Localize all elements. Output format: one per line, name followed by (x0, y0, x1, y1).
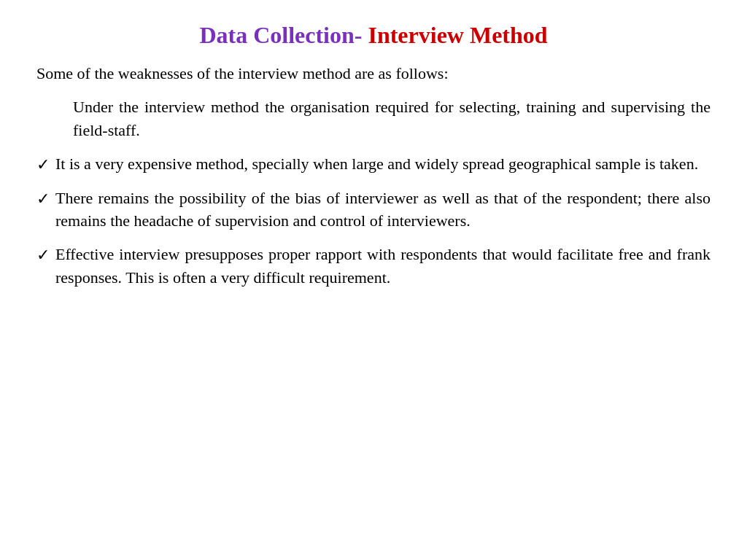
title-part1: Data Collection- (199, 22, 362, 48)
checklist-item-3: ✓ Effective interview presupposes proper… (36, 243, 711, 289)
checklist-item-2: ✓ There remains the possibility of the b… (36, 187, 711, 233)
check-icon-3: ✓ (36, 244, 50, 267)
checklist-item-1: ✓ It is a very expensive method, special… (36, 152, 711, 176)
checklist-text-3: Effective interview presupposes proper r… (55, 243, 711, 289)
intro-paragraph: Some of the weaknesses of the interview … (36, 62, 711, 85)
title-part2: Interview Method (368, 22, 547, 48)
page-title: Data Collection- Interview Method (199, 22, 547, 49)
content-area: Some of the weaknesses of the interview … (36, 62, 711, 300)
body-paragraph: Under the interview method the organisat… (36, 96, 711, 142)
checklist-text-1: It is a very expensive method, specially… (55, 152, 711, 176)
check-icon-1: ✓ (36, 153, 50, 176)
checklist-text-2: There remains the possibility of the bia… (55, 187, 711, 233)
check-icon-2: ✓ (36, 187, 50, 211)
